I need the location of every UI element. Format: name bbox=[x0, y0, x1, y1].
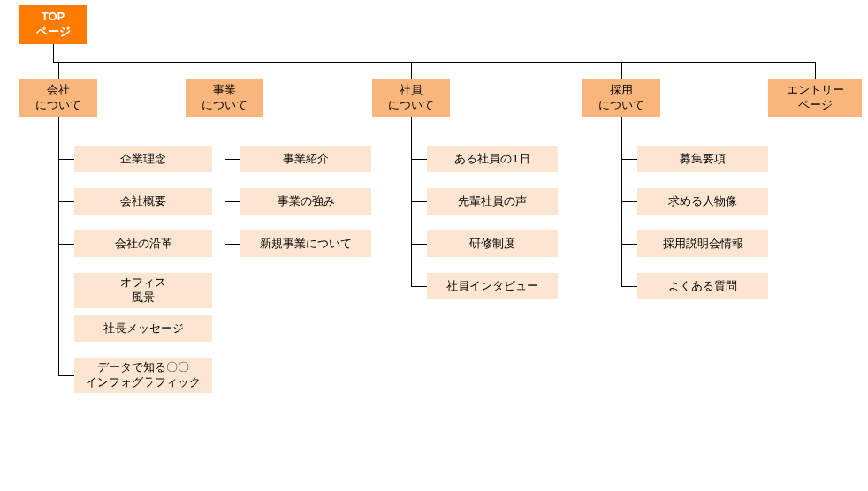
item-0-1: 会社概要 bbox=[74, 188, 212, 215]
item-0-4: 社長メッセージ bbox=[74, 315, 212, 342]
conn-branch-0-5 bbox=[58, 375, 74, 376]
conn-branch-2-2 bbox=[411, 244, 427, 245]
item-1-1: 事業の強み bbox=[240, 188, 371, 215]
item-3-3: よくある質問 bbox=[637, 273, 768, 299]
conn-branch-3-0 bbox=[621, 159, 637, 160]
conn-main-h bbox=[53, 62, 816, 63]
root-node: TOP ページ bbox=[19, 5, 87, 44]
conn-branch-0-3 bbox=[58, 291, 74, 291]
conn-branch-0-0 bbox=[58, 159, 74, 160]
conn-spine-3 bbox=[621, 117, 622, 287]
conn-branch-3-3 bbox=[621, 286, 637, 287]
conn-branch-1-1 bbox=[225, 201, 240, 202]
conn-branch-2-3 bbox=[411, 286, 427, 287]
conn-branch-2-0 bbox=[411, 159, 427, 160]
item-3-0: 募集要項 bbox=[637, 146, 768, 172]
category-2: 社員 について bbox=[372, 79, 450, 117]
item-0-3: オフィス 風景 bbox=[74, 273, 212, 308]
item-0-0: 企業理念 bbox=[74, 146, 212, 172]
category-0: 会社 について bbox=[19, 79, 97, 117]
item-1-0: 事業紹介 bbox=[240, 146, 371, 172]
item-2-2: 研修制度 bbox=[427, 230, 558, 257]
item-0-2: 会社の沿革 bbox=[74, 230, 212, 257]
conn-branch-0-1 bbox=[58, 201, 74, 202]
item-1-2: 新規事業について bbox=[240, 230, 371, 257]
conn-branch-0-4 bbox=[58, 329, 74, 329]
item-0-5: データで知る〇〇 インフォグラフィック bbox=[74, 358, 212, 393]
conn-spine-1 bbox=[225, 117, 225, 245]
conn-spine-0 bbox=[58, 117, 59, 376]
item-2-3: 社員インタビュー bbox=[427, 273, 558, 299]
conn-cat-drop-4 bbox=[815, 62, 816, 79]
conn-cat-drop-2 bbox=[411, 62, 412, 79]
item-2-0: ある社員の1日 bbox=[427, 146, 558, 172]
conn-cat-drop-1 bbox=[225, 62, 225, 79]
conn-branch-1-0 bbox=[225, 159, 240, 160]
conn-branch-0-2 bbox=[58, 244, 74, 245]
conn-branch-2-1 bbox=[411, 201, 427, 202]
conn-spine-2 bbox=[411, 117, 412, 287]
item-3-2: 採用説明会情報 bbox=[637, 230, 768, 257]
conn-cat-drop-0 bbox=[58, 62, 59, 79]
item-3-1: 求める人物像 bbox=[637, 188, 768, 215]
conn-root-down bbox=[53, 44, 54, 62]
item-2-1: 先輩社員の声 bbox=[427, 188, 558, 215]
conn-cat-drop-3 bbox=[621, 62, 622, 79]
category-4: エントリー ページ bbox=[768, 79, 862, 117]
category-1: 事業 について bbox=[186, 79, 263, 117]
conn-branch-1-2 bbox=[225, 244, 240, 245]
conn-branch-3-2 bbox=[621, 244, 637, 245]
conn-branch-3-1 bbox=[621, 201, 637, 202]
category-3: 採用 について bbox=[582, 79, 660, 117]
